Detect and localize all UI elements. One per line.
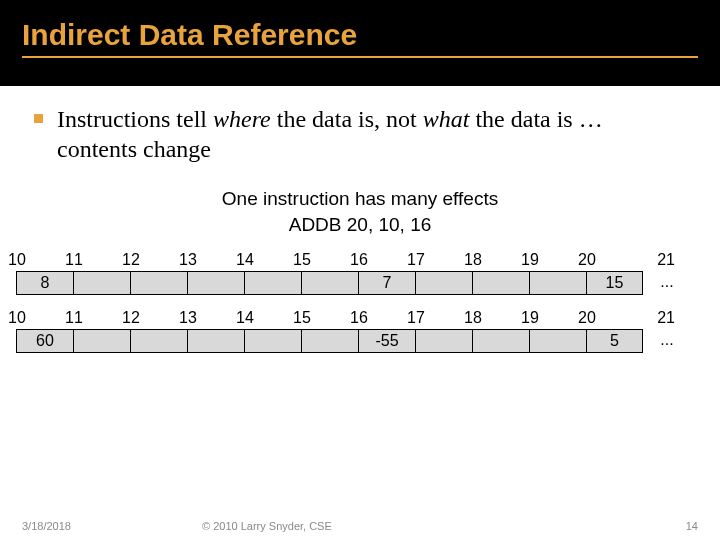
- addr-label: 11: [65, 251, 122, 269]
- addr-label: 12: [122, 251, 179, 269]
- footer-page-number: 14: [638, 520, 698, 532]
- bullet-icon: [34, 114, 43, 123]
- mem-trail: ...: [643, 271, 691, 295]
- mem-cell: [244, 329, 301, 353]
- mem-cell: 5: [586, 329, 643, 353]
- memory-tables: 10 11 12 13 14 15 16 17 18 19 20 21 8 7 …: [0, 251, 720, 353]
- address-labels-a: 10 11 12 13 14 15 16 17 18 19 20 21: [4, 251, 716, 269]
- caption-line: One instruction has many effects: [34, 186, 686, 212]
- text-emphasis: where: [213, 106, 271, 132]
- addr-label: 13: [179, 309, 236, 327]
- memory-row-a: 8 7 15 ...: [4, 271, 716, 295]
- addr-label: 17: [407, 309, 464, 327]
- addr-label: 16: [350, 309, 407, 327]
- bullet-item: Instructions tell where the data is, not…: [34, 104, 686, 164]
- mem-cell: [130, 271, 187, 295]
- mem-cell: -55: [358, 329, 415, 353]
- mem-cell: [187, 329, 244, 353]
- address-labels-b: 10 11 12 13 14 15 16 17 18 19 20 21: [4, 309, 716, 327]
- addr-label: 13: [179, 251, 236, 269]
- caption: One instruction has many effects ADDB 20…: [34, 186, 686, 237]
- addr-label: 20: [578, 251, 635, 269]
- mem-cell: [472, 271, 529, 295]
- mem-cell: [301, 329, 358, 353]
- addr-label: 11: [65, 309, 122, 327]
- text-emphasis: what: [423, 106, 470, 132]
- text-fragment: the data is, not: [271, 106, 423, 132]
- addr-label: 14: [236, 309, 293, 327]
- mem-cell: [301, 271, 358, 295]
- addr-label: 18: [464, 251, 521, 269]
- addr-label: 10: [8, 251, 65, 269]
- caption-line: ADDB 20, 10, 16: [34, 212, 686, 238]
- addr-label: 12: [122, 309, 179, 327]
- footer-copyright: © 2010 Larry Snyder, CSE: [202, 520, 638, 532]
- addr-label: 21: [635, 309, 675, 327]
- mem-cell: [529, 271, 586, 295]
- addr-label: 15: [293, 309, 350, 327]
- mem-cell: [415, 329, 472, 353]
- addr-label: 14: [236, 251, 293, 269]
- slide-header: Indirect Data Reference: [0, 0, 720, 86]
- addr-label: 20: [578, 309, 635, 327]
- footer-date: 3/18/2018: [22, 520, 202, 532]
- addr-label: 19: [521, 251, 578, 269]
- memory-row-b: 60 -55 5 ...: [4, 329, 716, 353]
- mem-cell: [187, 271, 244, 295]
- mem-cell: [472, 329, 529, 353]
- text-fragment: Instructions tell: [57, 106, 213, 132]
- slide-title: Indirect Data Reference: [22, 18, 698, 58]
- addr-label: 19: [521, 309, 578, 327]
- mem-cell: [244, 271, 301, 295]
- mem-cell: [415, 271, 472, 295]
- mem-cell: [529, 329, 586, 353]
- mem-cell: 8: [16, 271, 73, 295]
- addr-label: 16: [350, 251, 407, 269]
- mem-cell: [73, 271, 130, 295]
- mem-cell: 7: [358, 271, 415, 295]
- bullet-text: Instructions tell where the data is, not…: [57, 104, 686, 164]
- mem-cell: [73, 329, 130, 353]
- body-content: Instructions tell where the data is, not…: [0, 86, 720, 237]
- addr-label: 17: [407, 251, 464, 269]
- mem-cell: [130, 329, 187, 353]
- mem-cell: 15: [586, 271, 643, 295]
- addr-label: 18: [464, 309, 521, 327]
- addr-label: 21: [635, 251, 675, 269]
- slide-footer: 3/18/2018 © 2010 Larry Snyder, CSE 14: [0, 520, 720, 532]
- mem-cell: 60: [16, 329, 73, 353]
- addr-label: 10: [8, 309, 65, 327]
- mem-trail: ...: [643, 329, 691, 353]
- addr-label: 15: [293, 251, 350, 269]
